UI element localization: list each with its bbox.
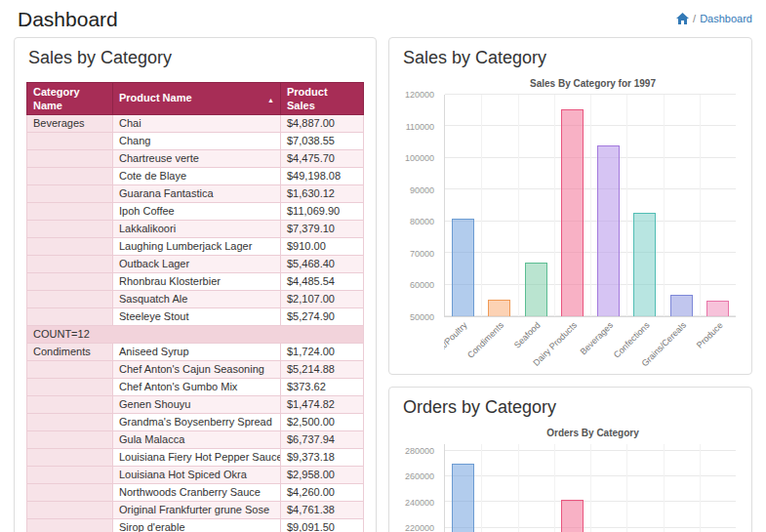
product-cell: Chang — [113, 133, 281, 150]
chart-bar[interactable] — [670, 295, 693, 316]
table-row[interactable]: Lakkalikoori$7,379.10 — [27, 221, 364, 238]
sales-table-panel: Sales by Category Category Name Product … — [14, 37, 377, 532]
gridline-vertical — [700, 444, 701, 532]
category-cell — [27, 221, 113, 238]
table-row[interactable]: Genen Shouyu$1,474.82 — [27, 396, 364, 414]
category-cell — [27, 185, 113, 203]
table-row[interactable]: Chef Anton's Cajun Seasoning$5,214.88 — [27, 361, 364, 379]
chart-bar[interactable] — [633, 213, 656, 316]
table-row[interactable]: Ipoh Coffee$11,069.90 — [27, 203, 364, 221]
chart-bar[interactable] — [561, 109, 584, 316]
y-tick-label: 100000 — [405, 153, 434, 163]
y-tick-label: 240000 — [405, 498, 434, 508]
table-row[interactable]: Guarana Fantastica$1,630.12 — [27, 185, 364, 203]
table-row[interactable]: Northwoods Cranberry Sauce$4,260.00 — [27, 484, 364, 502]
sales-cell: $11,069.90 — [281, 203, 364, 221]
table-row[interactable]: Sasquatch Ale$2,107.00 — [27, 291, 364, 308]
table-row[interactable]: Grandma's Boysenberry Spread$2,500.00 — [27, 414, 364, 431]
sort-ascending-icon: ▲ — [267, 94, 274, 107]
chart-bar[interactable] — [561, 500, 584, 532]
table-row[interactable]: Laughing Lumberjack Lager$910.00 — [27, 238, 364, 256]
table-row[interactable]: Sirop d'erable$9,091.50 — [27, 519, 364, 532]
sales-cell: $4,485.54 — [281, 273, 364, 291]
breadcrumb-current[interactable]: Dashboard — [700, 13, 752, 24]
product-cell: Outback Lager — [113, 256, 281, 273]
table-row[interactable]: Rhonbrau Klosterbier$4,485.54 — [27, 273, 364, 291]
sales-cell: $7,379.10 — [281, 221, 364, 238]
product-cell: Louisiana Hot Spiced Okra — [113, 467, 281, 484]
column-header-category-name[interactable]: Category Name — [27, 83, 113, 115]
chart-bar[interactable] — [597, 145, 620, 316]
gridline-vertical — [518, 444, 519, 532]
table-row[interactable]: Gula Malacca$6,737.94 — [27, 431, 364, 449]
sales-by-category-table: Category Name Product Name ▲ Product Sal… — [26, 82, 364, 532]
product-cell: Steeleye Stout — [113, 308, 281, 326]
category-cell: Beverages — [27, 115, 113, 133]
table-row[interactable]: Louisiana Fiery Hot Pepper Sauce$9,373.1… — [27, 449, 364, 467]
chart-bar[interactable] — [488, 300, 510, 316]
home-icon[interactable] — [676, 13, 689, 24]
column-label: Category Name — [33, 86, 80, 111]
breadcrumb-separator: / — [693, 13, 696, 24]
product-cell: Sirop d'erable — [113, 519, 281, 532]
product-cell: Chartreuse verte — [113, 150, 281, 168]
category-cell — [27, 203, 113, 221]
product-cell: Guarana Fantastica — [113, 185, 281, 203]
category-cell — [27, 238, 113, 256]
category-cell — [27, 379, 113, 396]
y-tick-label: 90000 — [410, 185, 434, 195]
table-row[interactable]: CondimentsAniseed Syrup$1,724.00 — [27, 344, 364, 361]
page-title: Dashboard — [18, 8, 118, 31]
category-cell — [27, 519, 113, 532]
sales-table-panel-title: Sales by Category — [15, 38, 376, 76]
summary-row[interactable]: COUNT=12 — [27, 326, 364, 344]
sales-cell: $4,260.00 — [281, 484, 364, 502]
gridline-vertical — [626, 95, 627, 316]
column-label: Product Sales — [287, 86, 328, 111]
x-axis-labels: Meat/PoultryCondimentsSeafoodDairy Produ… — [444, 317, 736, 366]
category-cell — [27, 449, 113, 467]
sales-chart-panel-title: Sales by Category — [389, 38, 751, 76]
sales-cell: $7,038.55 — [281, 133, 364, 150]
sales-cell: $6,737.94 — [281, 431, 364, 449]
table-row[interactable]: Cote de Blaye$49,198.08 — [27, 168, 364, 185]
category-cell — [27, 414, 113, 431]
table-row[interactable]: Steeleye Stout$5,274.90 — [27, 308, 364, 326]
chart-bar[interactable] — [525, 263, 547, 316]
table-row[interactable]: BeveragesChai$4,887.00 — [27, 115, 364, 133]
table-row[interactable]: Chang$7,038.55 — [27, 133, 364, 150]
right-column: Sales by Category Sales By Category for … — [388, 37, 752, 532]
product-cell: Ipoh Coffee — [113, 203, 281, 221]
sales-cell: $9,373.18 — [281, 449, 364, 467]
plot-area — [444, 444, 736, 532]
product-cell: Laughing Lumberjack Lager — [113, 238, 281, 256]
chart-bar[interactable] — [706, 301, 729, 316]
table-row[interactable]: Louisiana Hot Spiced Okra$2,958.00 — [27, 467, 364, 484]
product-cell: Northwoods Cranberry Sauce — [113, 484, 281, 502]
gridline-vertical — [481, 95, 482, 316]
chart-bar[interactable] — [452, 464, 474, 532]
y-tick-label: 60000 — [410, 280, 434, 290]
column-header-product-name[interactable]: Product Name ▲ — [113, 83, 281, 115]
category-cell — [27, 431, 113, 449]
gridline-vertical — [554, 444, 555, 532]
dashboard-content: Sales by Category Category Name Product … — [0, 35, 766, 532]
product-cell: Chef Anton's Gumbo Mix — [113, 379, 281, 396]
orders-chart-panel-title: Orders by Category — [389, 388, 751, 426]
table-row[interactable]: Outback Lager$5,468.40 — [27, 256, 364, 273]
gridline-vertical — [518, 95, 519, 316]
category-cell — [27, 273, 113, 291]
breadcrumb: / Dashboard — [676, 13, 752, 24]
column-label: Product Name — [119, 92, 192, 103]
gridline-vertical — [590, 444, 591, 532]
column-header-product-sales[interactable]: Product Sales — [281, 83, 364, 115]
table-row[interactable]: Chartreuse verte$4,475.70 — [27, 150, 364, 168]
gridline-vertical — [700, 95, 701, 316]
sales-cell: $1,474.82 — [281, 396, 364, 414]
gridline-vertical — [554, 95, 555, 316]
table-row[interactable]: Original Frankfurter grune Sose$4,761.38 — [27, 502, 364, 519]
y-tick-label: 120000 — [405, 90, 434, 100]
chart-bar[interactable] — [452, 219, 474, 316]
category-cell — [27, 396, 113, 414]
table-row[interactable]: Chef Anton's Gumbo Mix$373.62 — [27, 379, 364, 396]
